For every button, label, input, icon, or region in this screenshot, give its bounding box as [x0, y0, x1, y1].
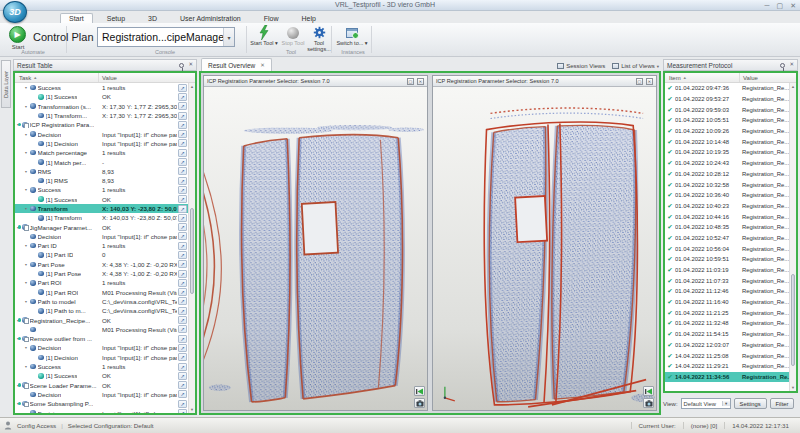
protocol-row[interactable]: ✔ 01.04.2022 10:48:35 Registration_Re...: [665, 222, 789, 233]
row-link-button[interactable]: ↗: [178, 102, 187, 110]
protocol-row[interactable]: ✔ 14.04.2022 11:29:21 Registration_Re...: [665, 361, 789, 372]
close-icon[interactable]: ✕: [417, 78, 424, 85]
row-link-button[interactable]: ↗: [178, 363, 187, 371]
protocol-row[interactable]: ✔ 01.04.2022 10:52:47 Registration_Re...: [665, 233, 789, 244]
result-row[interactable]: M01 Processing Result (ViterResult)... ↗: [15, 325, 188, 334]
row-link-button[interactable]: ↗: [178, 409, 187, 413]
fit-view-button[interactable]: [414, 386, 425, 396]
switch-instance-button[interactable]: Switch to... ▾: [336, 25, 368, 46]
tab-user-administration[interactable]: User Administration: [171, 13, 250, 23]
result-row[interactable]: ▾Match percentage 1 results ↗: [15, 148, 188, 157]
session-views-button[interactable]: Session Views: [557, 63, 605, 69]
start-run-button[interactable]: ▶: [9, 26, 26, 43]
protocol-row[interactable]: ✔ 01.04.2022 09:47:36 Registration_Re...: [665, 83, 789, 94]
pin-icon[interactable]: [179, 63, 184, 68]
result-row[interactable]: ▾Decision Input "Input[1]: if" chose par…: [15, 408, 188, 413]
protocol-row[interactable]: ✔ 01.04.2022 10:44:16 Registration_Re...: [665, 211, 789, 222]
result-row[interactable]: [1] Path to m... C:\_dev\insa.config\VRL…: [15, 306, 188, 315]
start-tool-button[interactable]: Start Tool ▾: [250, 25, 278, 46]
maximize-button[interactable]: ▢: [777, 0, 784, 11]
row-link-button[interactable]: ↗: [178, 186, 187, 194]
point-cloud-view-left[interactable]: [204, 87, 427, 410]
protocol-row[interactable]: ✔ 01.04.2022 10:40:23 Registration_Re...: [665, 201, 789, 212]
result-row[interactable]: [1] Decision Input "Input[1]: if" chose …: [15, 353, 188, 362]
protocol-row[interactable]: ✔ 01.04.2022 11:16:40 Registration_Re...: [665, 297, 789, 308]
tool-settings-button[interactable]: Tool settings...: [306, 25, 332, 52]
row-link-button[interactable]: ↗: [178, 335, 187, 343]
result-row[interactable]: ▾Some Subsampling P... ↗: [15, 399, 188, 408]
result-row[interactable]: ▾Transformation (s... X: 17,30 Y: 1,77 Z…: [15, 102, 188, 111]
filter-button[interactable]: Filter: [770, 398, 795, 409]
row-link-button[interactable]: ↗: [178, 353, 187, 361]
row-link-button[interactable]: ↗: [178, 251, 187, 259]
viewport-right-titlebar[interactable]: ICP Registration Parameter Selector: Ses…: [433, 76, 656, 87]
result-row[interactable]: [1] Transform X: 140,03 Y: -23,80 Z: 50,…: [15, 213, 188, 222]
result-row[interactable]: [1] Part ROI M01 Processing Result (Vite…: [15, 288, 188, 297]
result-row[interactable]: [1] Transform... X: 17,30 Y: 1,77 Z: 296…: [15, 111, 188, 120]
row-link-button[interactable]: ↗: [178, 307, 187, 315]
result-row[interactable]: [1] Success OK ↗: [15, 92, 188, 101]
row-link-button[interactable]: ↗: [178, 242, 187, 250]
result-row[interactable]: ▾Path to model C:\_dev\insa.config\VRL_T…: [15, 297, 188, 306]
settings-button[interactable]: Settings: [734, 398, 767, 409]
column-value[interactable]: Value: [99, 75, 195, 81]
row-link-button[interactable]: ↗: [178, 316, 187, 324]
row-link-button[interactable]: ↗: [178, 232, 187, 240]
result-row[interactable]: ▾Success 1 results ↗: [15, 83, 188, 92]
protocol-row[interactable]: ✔ 01.04.2022 09:53:27 Registration_Re...: [665, 94, 789, 105]
row-link-button[interactable]: ↗: [178, 214, 187, 222]
result-table-scrollbar[interactable]: ▲ ▼: [188, 83, 195, 413]
column-value[interactable]: Value: [740, 75, 796, 81]
protocol-row[interactable]: ✔ 14.04.2022 11:34:56 Registration_Re...: [665, 372, 789, 383]
row-link-button[interactable]: ↗: [178, 297, 187, 305]
row-link-button[interactable]: ↗: [178, 223, 187, 231]
protocol-row[interactable]: ✔ 01.04.2022 10:36:40 Registration_Re...: [665, 190, 789, 201]
tab-result-overview[interactable]: Result Overview ✕: [201, 58, 272, 71]
result-row[interactable]: [1] Success OK ↗: [15, 195, 188, 204]
chevron-down-icon[interactable]: ▾: [223, 28, 234, 46]
row-link-button[interactable]: ↗: [178, 270, 187, 278]
row-link-button[interactable]: ↗: [178, 390, 187, 398]
row-link-button[interactable]: ↗: [178, 130, 187, 138]
result-row[interactable]: ▾Remove outlier from ... ↗: [15, 334, 188, 343]
snapshot-button[interactable]: [643, 398, 654, 408]
row-link-button[interactable]: ↗: [178, 195, 187, 203]
tab-start[interactable]: Start: [60, 13, 93, 23]
result-row[interactable]: ▾Part ID 1 results ↗: [15, 241, 188, 250]
tab-3d[interactable]: 3D: [139, 13, 166, 23]
result-row[interactable]: ▾Success 1 results ↗: [15, 362, 188, 371]
row-link-button[interactable]: ↗: [178, 167, 187, 175]
row-link-button[interactable]: ↗: [178, 372, 187, 380]
result-row[interactable]: ▾RMS 8,93 ↗: [15, 167, 188, 176]
row-link-button[interactable]: ↗: [178, 84, 187, 92]
result-row[interactable]: ▾ICP Registration Para... ↗: [15, 120, 188, 129]
result-row[interactable]: ▾Decision Input "Input[1]: if" chose par…: [15, 129, 188, 138]
protocol-row[interactable]: ✔ 01.04.2022 11:03:19 Registration_Re...: [665, 265, 789, 276]
protocol-row[interactable]: ✔ 14.04.2022 11:25:08 Registration_Re...: [665, 350, 789, 361]
list-of-views-button[interactable]: List of Views ▾: [612, 63, 659, 69]
result-row[interactable]: [1] Part ID 0 ↗: [15, 250, 188, 259]
scroll-down-icon[interactable]: ▼: [189, 406, 195, 413]
app-logo-icon[interactable]: 3D: [3, 1, 27, 23]
tab-help[interactable]: Help: [293, 13, 325, 23]
protocol-scrollbar[interactable]: ▲ ▼: [789, 83, 796, 391]
maximize-icon[interactable]: ▢: [407, 78, 414, 85]
result-row[interactable]: [1] Part Pose X: 4,38 Y: -1,00 Z: -0,20 …: [15, 269, 188, 278]
protocol-row[interactable]: ✔ 01.04.2022 10:32:58 Registration_Re...: [665, 179, 789, 190]
result-row[interactable]: ▾Registration_Recipe... OK ↗: [15, 315, 188, 324]
column-task[interactable]: Task▲: [15, 73, 99, 82]
row-link-button[interactable]: ↗: [178, 93, 187, 101]
scrollbar-thumb[interactable]: [190, 208, 194, 294]
protocol-row[interactable]: ✔ 01.04.2022 10:56:04 Registration_Re...: [665, 243, 789, 254]
row-link-button[interactable]: ↗: [178, 149, 187, 157]
row-link-button[interactable]: ↗: [178, 325, 187, 333]
tab-setup[interactable]: Setup: [98, 13, 134, 23]
result-row[interactable]: Decision Input "Input[1]: if" chose para…: [15, 232, 188, 241]
protocol-row[interactable]: ✔ 01.04.2022 10:59:51 Registration_Re...: [665, 254, 789, 265]
row-link-button[interactable]: ↗: [178, 279, 187, 287]
close-button[interactable]: ✕: [790, 0, 796, 11]
row-link-button[interactable]: ↗: [178, 381, 187, 389]
row-link-button[interactable]: ↗: [178, 139, 187, 147]
result-row[interactable]: ▾Part Pose X: 4,38 Y: -1,00 Z: -0,20 RX:…: [15, 260, 188, 269]
result-row[interactable]: ▾Transform X: 140,03 Y: -23,80 Z: 50,07 …: [15, 204, 188, 213]
